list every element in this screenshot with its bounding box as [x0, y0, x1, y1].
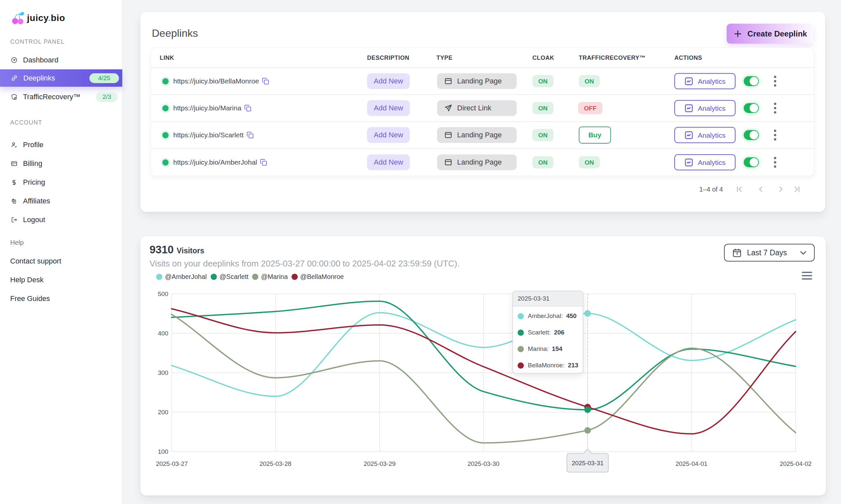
- svg-text:2025-03-27: 2025-03-27: [156, 460, 187, 467]
- svg-text:2025-03-31: 2025-03-31: [572, 460, 603, 467]
- svg-text:2025-03-29: 2025-03-29: [363, 460, 395, 467]
- svg-text:100: 100: [158, 448, 168, 455]
- svg-text:2025-03-28: 2025-03-28: [259, 460, 291, 467]
- svg-text:2025-03-30: 2025-03-30: [467, 460, 499, 467]
- svg-text:2025-04-01: 2025-04-01: [675, 460, 707, 467]
- svg-text:400: 400: [158, 330, 168, 337]
- svg-text:200: 200: [158, 409, 168, 416]
- svg-text:500: 500: [158, 290, 168, 298]
- svg-text:2025-04-02: 2025-04-02: [780, 460, 811, 467]
- svg-text:300: 300: [158, 369, 168, 376]
